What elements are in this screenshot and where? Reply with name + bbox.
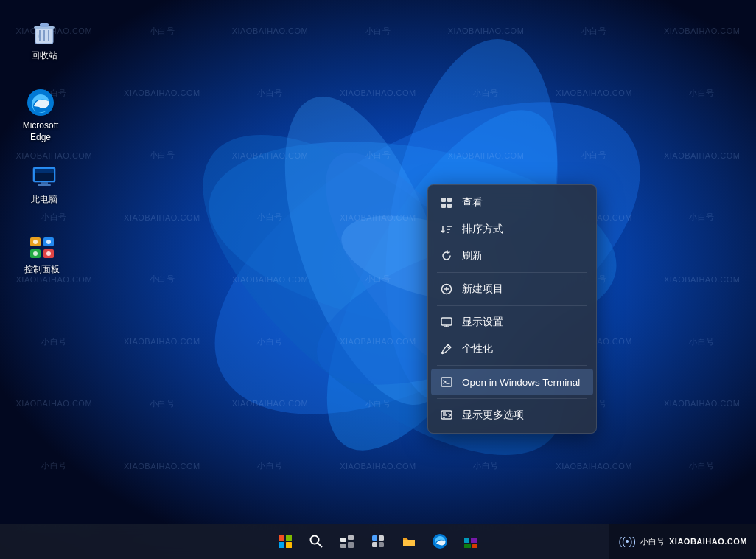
taskbar-system-tray: ((•)) 小白号 XIAOBAIHAO.COM [609, 524, 756, 559]
svg-rect-30 [441, 198, 446, 202]
taskbar-task-view-button[interactable] [332, 527, 362, 556]
svg-rect-57 [348, 535, 354, 540]
menu-item-refresh[interactable]: 刷新 [428, 243, 596, 269]
desktop-icon-this-pc[interactable]: 此电脑 [15, 159, 74, 209]
svg-point-28 [33, 251, 38, 256]
taskbar-start-button[interactable] [270, 527, 300, 556]
svg-rect-60 [372, 535, 377, 541]
svg-rect-50 [279, 535, 284, 541]
svg-rect-53 [286, 542, 292, 548]
watermark-main-text: XIAOBAIHAO.COM [669, 537, 747, 546]
svg-rect-56 [340, 538, 346, 542]
svg-rect-19 [41, 182, 48, 184]
svg-rect-21 [35, 169, 54, 173]
taskbar-edge-button[interactable] [425, 527, 455, 556]
svg-point-27 [46, 240, 51, 244]
this-pc-icon [29, 162, 59, 191]
separator-4 [437, 398, 587, 399]
separator-2 [437, 305, 587, 306]
control-panel-label: 控制面板 [24, 264, 60, 276]
svg-rect-58 [340, 544, 346, 548]
svg-rect-32 [441, 204, 446, 208]
display-icon [440, 316, 453, 329]
svg-rect-62 [372, 542, 377, 547]
brush-icon [440, 342, 453, 355]
svg-point-26 [33, 240, 38, 244]
taskbar-icons [270, 527, 486, 556]
taskbar-store-button[interactable] [456, 527, 486, 556]
svg-point-54 [311, 536, 319, 544]
menu-label-new: 新建项目 [462, 282, 503, 296]
watermark-badge: ((•)) 小白号 XIAOBAIHAO.COM [618, 535, 747, 547]
desktop-icon-edge[interactable]: Microsoft Edge [11, 85, 70, 146]
svg-rect-33 [447, 204, 452, 208]
menu-label-more: 显示更多选项 [462, 409, 524, 422]
menu-item-more[interactable]: 显示更多选项 [428, 402, 596, 428]
menu-item-display[interactable]: 显示设置 [428, 309, 596, 336]
more-options-icon [440, 409, 453, 422]
sort-icon [440, 223, 453, 236]
taskbar-search-button[interactable] [301, 527, 331, 556]
svg-point-29 [46, 251, 51, 256]
svg-rect-68 [472, 544, 477, 548]
svg-rect-31 [447, 198, 452, 202]
taskbar-file-explorer-button[interactable] [394, 527, 424, 556]
svg-rect-63 [379, 542, 384, 547]
svg-rect-67 [464, 544, 471, 548]
plus-circle-icon [440, 282, 453, 296]
svg-line-55 [318, 544, 323, 548]
refresh-icon [440, 249, 453, 263]
menu-item-new[interactable]: 新建项目 [428, 276, 596, 302]
watermark-small-text: 小白号 [640, 536, 665, 547]
taskbar-widgets-button[interactable] [363, 527, 393, 556]
svg-rect-59 [348, 542, 354, 548]
menu-label-view: 查看 [462, 196, 483, 209]
terminal-icon [440, 375, 453, 389]
watermark-radio-icon: ((•)) [618, 535, 636, 547]
svg-rect-61 [379, 535, 384, 541]
recycle-bin-label: 回收站 [31, 50, 57, 62]
menu-item-view[interactable]: 查看 [428, 190, 596, 216]
svg-rect-44 [441, 378, 452, 386]
svg-rect-12 [40, 23, 49, 27]
desktop: 回收站 Microsoft Edge 此电脑 [0, 0, 756, 524]
svg-rect-65 [464, 538, 469, 543]
svg-rect-52 [279, 542, 284, 548]
menu-label-terminal: Open in Windows Terminal [462, 377, 580, 388]
desktop-icon-control-panel[interactable]: 控制面板 [13, 229, 71, 279]
separator-3 [437, 365, 587, 366]
svg-rect-51 [286, 535, 292, 541]
svg-rect-66 [471, 538, 477, 543]
menu-label-refresh: 刷新 [462, 249, 483, 263]
separator-1 [437, 272, 587, 273]
grid-icon [440, 196, 453, 209]
context-menu: 查看 排序方式 刷新 [427, 184, 597, 434]
recycle-bin-icon [29, 18, 59, 47]
menu-label-display: 显示设置 [462, 316, 503, 329]
menu-item-personalize[interactable]: 个性化 [428, 336, 596, 362]
svg-point-43 [442, 353, 444, 354]
menu-item-sort[interactable]: 排序方式 [428, 216, 596, 243]
desktop-icon-recycle-bin[interactable]: 回收站 [15, 15, 74, 65]
edge-icon [26, 88, 55, 117]
menu-item-terminal[interactable]: Open in Windows Terminal [431, 369, 593, 395]
svg-rect-40 [441, 318, 452, 325]
edge-label: Microsoft Edge [14, 120, 67, 143]
this-pc-label: 此电脑 [31, 194, 57, 206]
control-panel-icon [27, 232, 57, 261]
menu-label-sort: 排序方式 [462, 223, 503, 236]
svg-rect-20 [38, 184, 51, 186]
menu-label-personalize: 个性化 [462, 342, 493, 355]
